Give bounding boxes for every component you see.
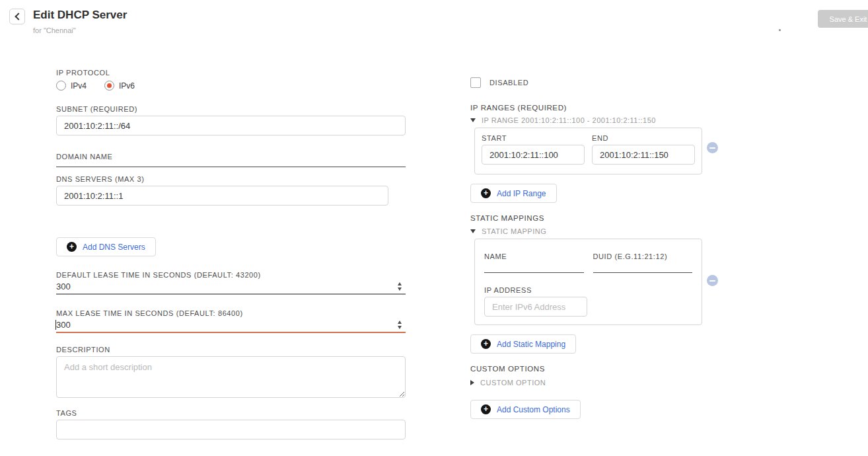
number-stepper[interactable] — [398, 321, 402, 330]
chevron-left-icon — [15, 13, 22, 20]
ip-protocol-label: IP PROTOCOL — [56, 69, 406, 77]
radio-ipv6[interactable]: IPv6 — [104, 81, 135, 91]
radio-circle-icon — [56, 81, 66, 91]
triangle-down-icon — [470, 118, 476, 122]
disabled-checkbox-row: DISABLED — [470, 77, 728, 88]
static-mapping-group-label: STATIC MAPPING — [482, 227, 546, 235]
edit-dhcp-server-page: Edit DHCP Server for "Chennai" Save & Ex… — [0, 0, 868, 456]
plus-circle-icon: + — [481, 339, 491, 349]
dns-servers-field: DNS SERVERS (MAX 3) — [56, 175, 406, 206]
add-dns-servers-label: Add DNS Servers — [83, 243, 145, 252]
right-form-column: DISABLED IP RANGES (REQUIRED) IP RANGE 2… — [470, 77, 728, 419]
max-lease-row — [56, 320, 406, 333]
range-start-field: START — [482, 134, 585, 165]
ip-protocol-field: IP PROTOCOL IPv4 IPv6 — [56, 69, 406, 91]
remove-static-mapping-icon[interactable] — [707, 275, 718, 286]
page-title: Edit DHCP Server — [33, 9, 127, 22]
back-button[interactable] — [9, 9, 25, 24]
mapping-name-field: NAME — [484, 252, 584, 273]
mapping-duid-input[interactable] — [593, 263, 693, 273]
add-ip-range-button[interactable]: + Add IP Range — [470, 184, 557, 203]
tags-field: TAGS — [56, 409, 406, 439]
add-dns-servers-button[interactable]: + Add DNS Servers — [56, 237, 156, 256]
domain-name-label: DOMAIN NAME — [56, 153, 406, 161]
mapping-duid-field: DUID (E.G.11:21:12) — [593, 252, 693, 273]
triangle-down-icon — [470, 229, 476, 233]
subnet-input[interactable] — [56, 116, 406, 135]
custom-option-group-label: CUSTOM OPTION — [480, 379, 546, 387]
range-end-field: END — [592, 134, 695, 165]
left-form-column: IP PROTOCOL IPv4 IPv6 SUBNET (REQUIRED) … — [56, 69, 406, 439]
tags-label: TAGS — [56, 409, 406, 418]
ip-range-collapse-toggle[interactable]: IP RANGE 2001:10:2:11::100 - 2001:10:2:1… — [470, 116, 728, 124]
default-lease-label: DEFAULT LEASE TIME IN SECONDS (DEFAULT: … — [56, 271, 406, 280]
mapping-name-label: NAME — [484, 252, 584, 261]
number-stepper[interactable] — [398, 282, 402, 291]
dns-servers-input[interactable] — [56, 186, 388, 206]
plus-circle-icon: + — [481, 188, 491, 198]
mapping-duid-label: DUID (E.G.11:21:12) — [593, 252, 693, 261]
ip-protocol-radio-group: IPv4 IPv6 — [56, 81, 406, 91]
range-start-input[interactable] — [482, 145, 585, 165]
static-mapping-box-row: NAME DUID (E.G.11:21:12) IP ADDRESS — [470, 239, 728, 325]
add-custom-options-button[interactable]: + Add Custom Options — [470, 400, 581, 419]
add-ip-range-label: Add IP Range — [497, 189, 546, 198]
text-caret — [55, 320, 56, 330]
disabled-checkbox-label: DISABLED — [489, 79, 528, 87]
radio-ipv4-label: IPv4 — [71, 81, 87, 91]
default-lease-field: DEFAULT LEASE TIME IN SECONDS (DEFAULT: … — [56, 271, 406, 295]
description-textarea[interactable] — [56, 356, 406, 398]
ip-range-box-row: START END — [470, 128, 728, 174]
radio-ipv4[interactable]: IPv4 — [56, 81, 87, 91]
static-mapping-collapse-toggle[interactable]: STATIC MAPPING — [470, 227, 728, 235]
stepper-down-icon[interactable] — [398, 287, 402, 291]
add-static-mapping-label: Add Static Mapping — [497, 340, 565, 349]
dns-servers-label: DNS SERVERS (MAX 3) — [56, 175, 406, 184]
radio-circle-icon — [104, 81, 114, 91]
remove-ip-range-icon[interactable] — [707, 142, 718, 153]
static-mappings-heading: STATIC MAPPINGS — [470, 214, 728, 222]
static-mapping-box: NAME DUID (E.G.11:21:12) IP ADDRESS — [474, 239, 702, 325]
default-lease-row — [56, 282, 406, 295]
max-lease-field: MAX LEASE TIME IN SECONDS (DEFAULT: 8640… — [56, 309, 406, 333]
add-static-mapping-button[interactable]: + Add Static Mapping — [470, 334, 576, 354]
mapping-ip-address-label: IP ADDRESS — [484, 286, 587, 295]
plus-circle-icon: + — [67, 242, 77, 252]
range-end-input[interactable] — [592, 145, 695, 165]
ip-ranges-heading: IP RANGES (REQUIRED) — [470, 104, 728, 112]
page-subtitle: for "Chennai" — [33, 26, 76, 34]
radio-ipv6-label: IPv6 — [119, 81, 135, 91]
ip-range-box: START END — [474, 128, 702, 174]
subnet-label: SUBNET (REQUIRED) — [56, 105, 406, 114]
subnet-field: SUBNET (REQUIRED) — [56, 105, 406, 135]
cursor-dot — [779, 29, 781, 31]
default-lease-input[interactable] — [56, 282, 398, 291]
range-end-label: END — [592, 134, 695, 143]
ip-range-group-label: IP RANGE 2001:10:2:11::100 - 2001:10:2:1… — [482, 116, 656, 124]
stepper-up-icon[interactable] — [398, 321, 402, 324]
mapping-ip-address-input[interactable] — [484, 297, 587, 317]
stepper-up-icon[interactable] — [398, 282, 402, 285]
range-start-label: START — [482, 134, 585, 143]
domain-name-input[interactable] — [56, 163, 406, 167]
add-custom-options-label: Add Custom Options — [497, 405, 570, 414]
description-label: DESCRIPTION — [56, 346, 406, 354]
domain-name-field: DOMAIN NAME — [56, 153, 406, 167]
save-and-exit-button[interactable]: Save & Exit — [818, 10, 868, 28]
plus-circle-icon: + — [481, 404, 491, 414]
mapping-name-input[interactable] — [484, 263, 584, 273]
custom-option-collapse-toggle[interactable]: CUSTOM OPTION — [470, 379, 728, 387]
tags-input[interactable] — [56, 420, 406, 439]
description-field: DESCRIPTION — [56, 346, 406, 398]
max-lease-label: MAX LEASE TIME IN SECONDS (DEFAULT: 8640… — [56, 309, 406, 318]
stepper-down-icon[interactable] — [398, 326, 402, 329]
triangle-right-icon — [470, 380, 474, 385]
custom-options-heading: CUSTOM OPTIONS — [470, 365, 728, 373]
disabled-checkbox[interactable] — [470, 77, 481, 88]
max-lease-input[interactable] — [56, 320, 398, 330]
mapping-ip-address-field: IP ADDRESS — [484, 286, 587, 317]
